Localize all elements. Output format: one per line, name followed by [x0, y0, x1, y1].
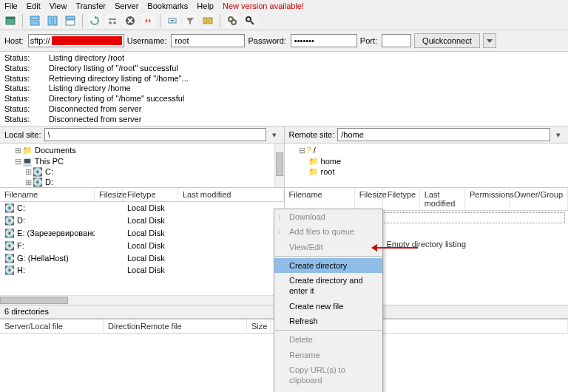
context-item-create-new-file[interactable]: Create new file: [274, 299, 382, 314]
local-pane: Local site: ▾ ⊞📁 Documents ⊟💻 This PC ⊞💽…: [0, 126, 285, 318]
local-path-input[interactable]: [44, 128, 266, 141]
col-filetype[interactable]: Filetype: [383, 188, 420, 210]
host-input[interactable]: sftp://: [28, 34, 124, 47]
annotation-arrow: [373, 247, 418, 249]
context-item-copy-url-s-to-clipboard: Copy URL(s) to clipboard: [274, 362, 382, 388]
local-status: 6 directories: [0, 305, 284, 318]
remote-tree[interactable]: ⊟? / 📁 home 📁 root: [285, 143, 569, 188]
context-item-create-directory-and-enter-it[interactable]: Create directory and enter it: [274, 273, 382, 299]
table-row[interactable]: 💽 G: (HellaHost)Local Disk: [0, 252, 284, 265]
quickconnect-dropdown[interactable]: [483, 33, 496, 48]
svg-rect-14: [203, 18, 207, 24]
col-filesize[interactable]: Filesize: [95, 188, 123, 201]
svg-rect-13: [171, 20, 174, 21]
remote-path-dropdown[interactable]: ▾: [553, 130, 564, 140]
col-owner[interactable]: Owner/Group: [510, 188, 568, 210]
port-label: Port:: [360, 36, 377, 45]
svg-rect-5: [53, 16, 57, 25]
table-row[interactable]: 💽 D:Local Disk: [0, 214, 284, 227]
filter-button[interactable]: [183, 13, 197, 28]
tree-item[interactable]: ⊟💻 This PC ⊞💽 C: ⊞💽 D:: [13, 156, 281, 188]
table-row[interactable]: 💽 H:Local Disk: [0, 264, 284, 277]
context-item-file-permissions-: File permissions...: [274, 388, 382, 392]
local-path-dropdown[interactable]: ▾: [269, 130, 280, 140]
menu-server[interactable]: Server: [115, 1, 138, 10]
col-filename[interactable]: Filename: [285, 188, 355, 210]
log-label: Status:: [4, 64, 49, 74]
menu-edit[interactable]: Edit: [27, 1, 41, 10]
col-permissions[interactable]: Permissions: [465, 188, 510, 210]
find-button[interactable]: [243, 13, 257, 28]
compare-button[interactable]: [200, 13, 215, 28]
table-row[interactable]: 💽 C:Local Disk: [0, 202, 284, 214]
svg-point-9: [109, 21, 112, 24]
log-label: Status:: [4, 53, 49, 64]
tree-item[interactable]: 📁 root: [308, 166, 566, 177]
download-icon: ↓: [277, 212, 281, 221]
local-file-list[interactable]: 💽 C:Local Disk💽 D:Local Disk💽 E: (Зарезе…: [0, 202, 284, 305]
log-label: Status:: [4, 74, 49, 84]
log-message: Disconnected from server: [49, 115, 141, 125]
svg-line-19: [251, 21, 254, 24]
table-row[interactable]: 💽 F:Local Disk: [0, 240, 284, 252]
table-row[interactable]: 💽 E: (Зарезервировано сис...Local Disk: [0, 227, 284, 240]
log-label: Status:: [4, 94, 49, 104]
drive-icon: 💽: [4, 254, 15, 263]
context-item-add-files-to-queue: ↓Add files to queue: [274, 224, 382, 239]
tree-item[interactable]: 📁 home: [308, 156, 566, 166]
svg-rect-6: [66, 16, 75, 19]
col-filetype[interactable]: Filetype: [123, 188, 178, 201]
tree-item[interactable]: ⊞💽 D:: [24, 177, 281, 187]
log-message: Directory listing of "/home" successful: [49, 94, 184, 104]
remote-site-label: Remote site:: [289, 130, 335, 139]
drive-icon: 💽: [4, 229, 15, 237]
quickconnect-bar: Host: sftp:// Username: Password: Port: …: [0, 30, 568, 52]
q-col-serverfile[interactable]: Server/Local file: [0, 320, 104, 333]
context-item-view-edit: View/Edit: [274, 240, 382, 254]
menu-view[interactable]: View: [50, 1, 67, 10]
disconnect-button[interactable]: [141, 13, 155, 28]
port-input[interactable]: [382, 34, 411, 47]
menu-transfer[interactable]: Transfer: [75, 1, 106, 10]
sync-browse-button[interactable]: [225, 13, 240, 28]
process-queue-button[interactable]: [105, 13, 120, 28]
col-lastmod[interactable]: Last modified: [178, 188, 284, 201]
menu-separator: [275, 256, 382, 257]
q-col-remotefile[interactable]: Remote file: [136, 320, 247, 333]
refresh-button[interactable]: [87, 13, 102, 28]
q-col-direction[interactable]: Direction: [104, 320, 136, 333]
log-label: Status:: [4, 104, 49, 115]
context-item-refresh[interactable]: Refresh: [274, 314, 382, 328]
tree-item[interactable]: ⊟? / 📁 home 📁 root: [298, 145, 566, 177]
col-filesize[interactable]: Filesize: [355, 188, 383, 210]
scrollbar-vertical[interactable]: [274, 143, 284, 187]
q-col-size[interactable]: Size: [247, 320, 271, 333]
tree-item[interactable]: ⊞💽 C:: [24, 166, 281, 177]
local-tree[interactable]: ⊞📁 Documents ⊟💻 This PC ⊞💽 C: ⊞💽 D:: [0, 143, 284, 188]
menu-new-version[interactable]: New version available!: [223, 1, 304, 10]
username-input[interactable]: [171, 34, 245, 47]
col-lastmod[interactable]: Last modified: [420, 188, 465, 210]
context-item-rename: Rename: [274, 348, 382, 362]
host-label: Host:: [4, 36, 24, 45]
menu-help[interactable]: Help: [197, 1, 214, 10]
drive-icon: 💽: [4, 216, 15, 225]
menu-file[interactable]: File: [4, 1, 18, 10]
log-message: Retrieving directory listing of "/home".…: [49, 74, 189, 84]
scrollbar-horizontal[interactable]: [0, 295, 274, 305]
toggle-tree-button[interactable]: [45, 13, 60, 28]
password-input[interactable]: [291, 34, 357, 47]
reconnect-button[interactable]: [165, 13, 180, 28]
toggle-queue-button[interactable]: [63, 13, 78, 28]
context-item-create-directory[interactable]: Create directory: [274, 258, 382, 273]
message-log: Status:Listing directory /rootStatus:Dir…: [0, 52, 568, 126]
toggle-log-button[interactable]: [27, 13, 42, 28]
quickconnect-button[interactable]: Quickconnect: [414, 33, 480, 48]
remote-path-input[interactable]: [337, 128, 550, 141]
menu-bookmarks[interactable]: Bookmarks: [147, 1, 188, 10]
tree-item[interactable]: ⊞📁 Documents: [13, 145, 281, 155]
drive-icon: 💽: [4, 266, 15, 274]
col-filename[interactable]: Filename: [0, 188, 95, 201]
cancel-button[interactable]: [123, 13, 138, 28]
site-manager-button[interactable]: [3, 13, 18, 28]
